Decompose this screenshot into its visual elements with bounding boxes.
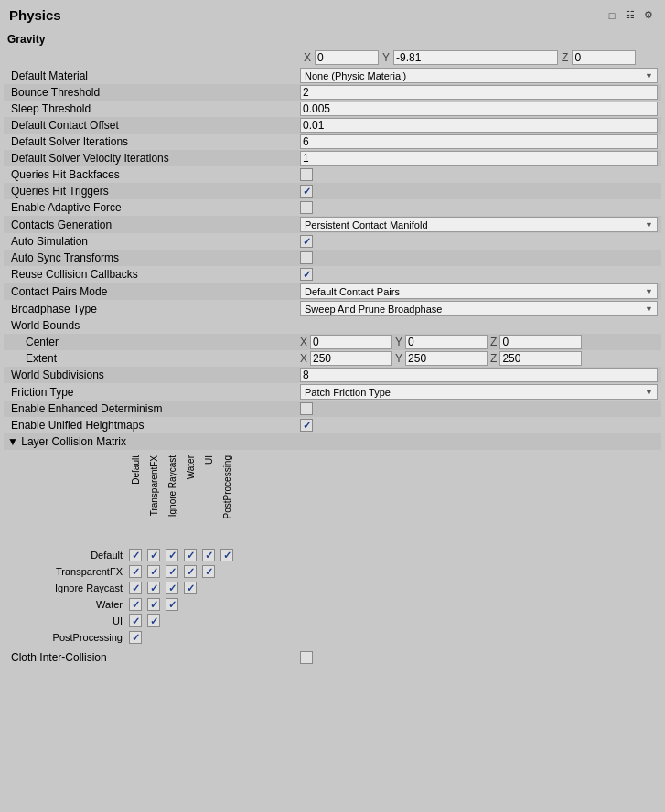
field-row-0: Default MaterialNone (Physic Material)▼ (4, 67, 661, 84)
field-label-1: Bounce Threshold (7, 86, 300, 99)
gear-icon[interactable]: ⚙ (641, 8, 656, 23)
center-xyz: X Y Z (300, 335, 658, 349)
matrix-row-label-ir: Ignore Raycast (7, 582, 126, 593)
cb-tfx-water[interactable] (181, 565, 199, 578)
gravity-xyz: X Y Z (304, 50, 658, 65)
dropdown-arrow-0: ▼ (645, 71, 653, 80)
center-z-input[interactable] (499, 335, 582, 349)
field-input-5[interactable] (300, 151, 658, 166)
gravity-z-label: Z (562, 51, 568, 64)
field-row-7: Queries Hit Triggers (4, 183, 661, 199)
field-row-5: Default Solver Velocity Iterations (4, 150, 661, 166)
field-value-5 (300, 151, 658, 166)
matrix-row-label-default: Default (7, 550, 126, 561)
matrix-row-ui: UI (7, 613, 658, 629)
field-row-11: Auto Sync Transforms (4, 250, 661, 266)
extent-xyz: X Y Z (300, 351, 658, 366)
extent-z-input[interactable] (499, 351, 582, 366)
gravity-y-input[interactable] (393, 50, 558, 65)
fields-container: Default MaterialNone (Physic Material)▼B… (4, 67, 661, 317)
extent-y-input[interactable] (405, 351, 488, 366)
cb-default-ir[interactable] (163, 549, 181, 561)
field-dropdown-0[interactable]: None (Physic Material)▼ (300, 68, 658, 83)
gravity-x-input[interactable] (315, 50, 379, 65)
dropdown-arrow-13: ▼ (645, 287, 653, 296)
world-subdivisions-input[interactable] (300, 368, 658, 382)
cb-tfx-ui[interactable] (199, 565, 218, 578)
cb-ir-default[interactable] (126, 582, 145, 594)
field-checkbox-11[interactable] (300, 251, 313, 264)
unified-heightmaps-checkbox[interactable] (300, 419, 313, 432)
cb-ir-ir[interactable] (163, 582, 181, 594)
field-row-1: Bounce Threshold (4, 84, 661, 101)
field-checkbox-7[interactable] (300, 185, 313, 198)
ex-label: X (300, 352, 307, 365)
field-value-6 (300, 168, 658, 181)
cloth-inter-collision-checkbox[interactable] (300, 651, 313, 664)
center-y-input[interactable] (405, 335, 488, 349)
field-value-13: Default Contact Pairs▼ (300, 283, 658, 299)
cb-default-tfx[interactable] (145, 549, 163, 561)
page-icon[interactable]: □ (605, 8, 619, 23)
field-input-2[interactable] (300, 102, 658, 116)
ey-label: Y (395, 352, 402, 365)
cb-default-ui[interactable] (199, 549, 218, 561)
world-bounds-label: World Bounds (7, 319, 300, 332)
enhanced-determinism-checkbox[interactable] (300, 402, 313, 415)
cb-default-water[interactable] (181, 549, 199, 561)
matrix-row-water: Water (7, 596, 658, 613)
field-input-1[interactable] (300, 85, 658, 100)
field-checkbox-6[interactable] (300, 168, 313, 181)
cb-ir-tfx[interactable] (145, 582, 163, 594)
cb-default-default[interactable] (126, 549, 145, 561)
panel-header: Physics □ ☷ ⚙ (4, 4, 661, 27)
header-icons: □ ☷ ⚙ (605, 8, 656, 23)
field-row-8: Enable Adaptive Force (4, 199, 661, 216)
cb-ui-default[interactable] (126, 614, 145, 627)
physics-panel: Physics □ ☷ ⚙ Gravity X Y Z Default Mate… (0, 0, 665, 669)
matrix-row-pp: PostProcessing (7, 629, 658, 646)
field-row-13: Contact Pairs ModeDefault Contact Pairs▼ (4, 283, 661, 300)
field-label-11: Auto Sync Transforms (7, 251, 300, 264)
field-dropdown-13[interactable]: Default Contact Pairs▼ (300, 283, 658, 299)
field-label-13: Contact Pairs Mode (7, 285, 300, 298)
cb-water-ir[interactable] (163, 598, 181, 611)
friction-dropdown-arrow: ▼ (645, 388, 653, 397)
cb-water-tfx[interactable] (145, 598, 163, 611)
cb-ui-tfx[interactable] (145, 614, 163, 627)
field-checkbox-8[interactable] (300, 201, 313, 214)
enhanced-determinism-cb-area (300, 402, 313, 415)
col-default: Default (126, 454, 145, 545)
cb-ir-water[interactable] (181, 582, 199, 594)
panel-title: Physics (9, 7, 61, 23)
unified-heightmaps-label: Enable Unified Heightmaps (7, 419, 300, 432)
field-label-12: Reuse Collision Callbacks (7, 268, 300, 281)
field-label-8: Enable Adaptive Force (7, 201, 300, 214)
field-row-3: Default Contact Offset (4, 117, 661, 134)
world-bounds-center-row: Center X Y Z (4, 334, 661, 350)
field-dropdown-9[interactable]: Persistent Contact Manifold▼ (300, 217, 658, 232)
field-input-4[interactable] (300, 134, 658, 149)
cb-tfx-tfx[interactable] (145, 565, 163, 578)
field-checkbox-12[interactable] (300, 268, 313, 281)
friction-type-value: Patch Friction Type ▼ (300, 384, 658, 400)
cb-default-pp[interactable] (218, 549, 236, 561)
center-x-input[interactable] (310, 335, 392, 349)
cb-tfx-ir[interactable] (163, 565, 181, 578)
settings-icon[interactable]: ☷ (623, 8, 638, 23)
matrix-section: Default TransparentFX Ignore Raycast Wat… (4, 450, 661, 649)
gravity-z-input[interactable] (572, 50, 636, 65)
friction-type-dropdown[interactable]: Patch Friction Type ▼ (300, 384, 658, 400)
matrix-row-label-pp: PostProcessing (7, 632, 126, 643)
field-dropdown-14[interactable]: Sweep And Prune Broadphase▼ (300, 301, 658, 316)
cb-tfx-default[interactable] (126, 565, 145, 578)
col-water: Water (181, 454, 199, 545)
field-checkbox-10[interactable] (300, 235, 313, 248)
cb-water-default[interactable] (126, 598, 145, 611)
matrix-row-label-tfx: TransparentFX (7, 566, 126, 577)
field-input-3[interactable] (300, 118, 658, 133)
extent-x-input[interactable] (310, 351, 392, 366)
field-row-10: Auto Simulation (4, 233, 661, 250)
cb-pp-default[interactable] (126, 631, 145, 644)
field-value-2 (300, 102, 658, 116)
